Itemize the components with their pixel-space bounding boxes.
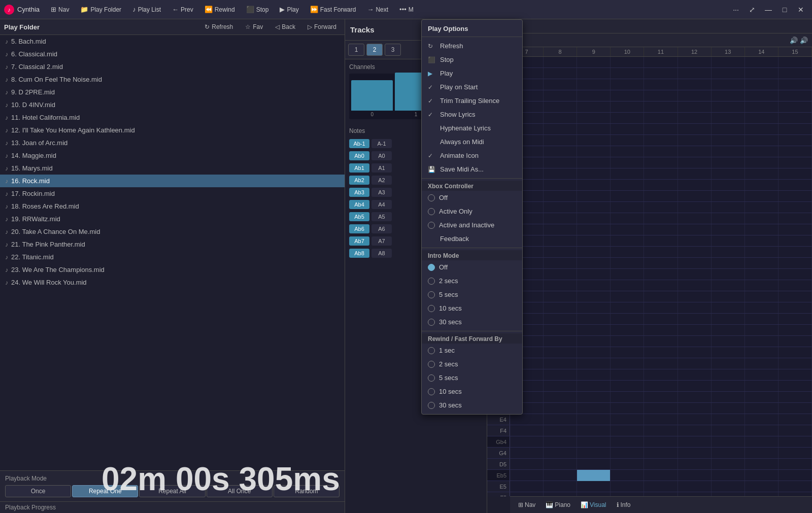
file-item[interactable]: ♪23. We Are The Champions.mid [0, 263, 345, 276]
piano-cell[interactable] [678, 247, 712, 257]
piano-cell[interactable] [712, 124, 745, 134]
menu-xbox-active-only[interactable]: Active Only [422, 204, 522, 218]
note-cell[interactable]: Ab4 [349, 200, 369, 209]
piano-cell[interactable] [611, 448, 644, 458]
piano-cell[interactable] [611, 202, 644, 213]
piano-cell[interactable] [678, 135, 712, 146]
piano-cell[interactable] [544, 113, 577, 123]
note-cell[interactable]: A4 [371, 200, 392, 209]
piano-cell[interactable] [678, 381, 712, 391]
piano-cell[interactable] [577, 146, 611, 157]
minimize-button[interactable]: — [761, 3, 775, 17]
stop-button[interactable]: ⬛ Stop [242, 4, 273, 15]
piano-cell[interactable] [644, 146, 678, 157]
piano-cell[interactable] [544, 180, 577, 190]
piano-cell[interactable] [611, 224, 644, 235]
piano-cell[interactable] [577, 168, 611, 179]
piano-cell[interactable] [745, 157, 779, 168]
piano-cell[interactable] [712, 269, 745, 280]
piano-cell[interactable] [712, 347, 745, 358]
piano-cell[interactable] [611, 425, 644, 436]
piano-cell[interactable] [577, 369, 611, 380]
piano-cell[interactable] [678, 369, 712, 380]
piano-cell[interactable] [644, 459, 678, 469]
piano-cell[interactable] [712, 459, 745, 469]
piano-cell[interactable] [611, 325, 644, 335]
piano-cell[interactable] [544, 492, 577, 496]
piano-cell[interactable] [712, 369, 745, 380]
piano-cell[interactable] [745, 358, 779, 369]
piano-cell[interactable] [745, 68, 779, 79]
piano-cell[interactable] [544, 90, 577, 101]
piano-cell[interactable] [712, 180, 745, 190]
piano-cell[interactable] [678, 448, 712, 458]
piano-cell[interactable] [611, 369, 644, 380]
next-button[interactable]: → Next [363, 4, 392, 15]
piano-cell[interactable] [611, 101, 644, 112]
piano-cell[interactable] [779, 101, 812, 112]
piano-cell[interactable] [779, 470, 812, 481]
menu-item-show-lyrics[interactable]: ✓ Show Lyrics [422, 108, 522, 121]
piano-cell[interactable] [544, 124, 577, 134]
file-item[interactable]: ♪9. D 2PRE.mid [0, 86, 345, 98]
piano-cell[interactable] [745, 492, 779, 496]
piano-cell[interactable] [611, 403, 644, 414]
piano-cell[interactable] [745, 135, 779, 146]
piano-cell[interactable] [678, 280, 712, 291]
piano-cell[interactable] [712, 135, 745, 146]
piano-cell[interactable] [611, 459, 644, 469]
note-cell[interactable]: A-1 [371, 139, 392, 148]
piano-cell[interactable] [779, 291, 812, 302]
piano-cell[interactable] [678, 347, 712, 358]
piano-cell[interactable] [712, 258, 745, 268]
piano-cell[interactable] [779, 79, 812, 90]
piano-cell[interactable] [611, 358, 644, 369]
piano-cell[interactable] [678, 191, 712, 201]
piano-cell[interactable] [745, 258, 779, 268]
file-item[interactable]: ♪11. Hotel California.mid [0, 111, 345, 124]
piano-cell[interactable] [544, 347, 577, 358]
piano-cell[interactable] [644, 358, 678, 369]
piano-cell[interactable] [611, 124, 644, 134]
piano-cell[interactable] [779, 358, 812, 369]
menu-item-save-midi[interactable]: 💾 Save Midi As... [422, 162, 522, 176]
piano-cell[interactable] [644, 57, 678, 67]
nav-button[interactable]: ⊞ Nav [47, 4, 73, 15]
piano-cell[interactable] [644, 280, 678, 291]
piano-cell[interactable] [779, 146, 812, 157]
note-cell[interactable]: Ab6 [349, 224, 369, 233]
piano-cell[interactable] [611, 336, 644, 347]
menu-intro-2secs[interactable]: 2 secs [422, 274, 522, 288]
file-item[interactable]: ♪6. Classical.mid [0, 48, 345, 60]
piano-cell[interactable] [544, 235, 577, 246]
piano-cell[interactable] [678, 202, 712, 213]
piano-cell[interactable] [577, 79, 611, 90]
piano-cell[interactable] [644, 314, 678, 324]
menu-xbox-off[interactable]: Off [422, 191, 522, 204]
piano-cell[interactable] [678, 146, 712, 157]
piano-cell[interactable] [611, 57, 644, 67]
piano-cell[interactable] [745, 224, 779, 235]
piano-cell[interactable] [779, 124, 812, 134]
piano-cell[interactable] [678, 101, 712, 112]
piano-cell[interactable] [678, 470, 712, 481]
menu-rff-10secs[interactable]: 10 secs [422, 385, 522, 398]
piano-cell[interactable] [779, 269, 812, 280]
piano-cell[interactable] [544, 224, 577, 235]
piano-cell[interactable] [678, 336, 712, 347]
piano-cell[interactable] [678, 414, 712, 425]
piano-cell[interactable] [644, 168, 678, 179]
piano-cell[interactable] [678, 314, 712, 324]
piano-cell[interactable] [712, 291, 745, 302]
piano-cell[interactable] [745, 369, 779, 380]
file-item[interactable]: ♪24. We Will Rock You.mid [0, 276, 345, 289]
file-item[interactable]: ♪19. RRWaltz.mid [0, 213, 345, 225]
piano-cell[interactable] [779, 235, 812, 246]
piano-cell[interactable] [745, 448, 779, 458]
track-tab-2[interactable]: 2 [366, 44, 383, 56]
piano-cell[interactable] [678, 224, 712, 235]
piano-cell[interactable] [577, 191, 611, 201]
piano-cell[interactable] [779, 336, 812, 347]
piano-cell[interactable] [644, 403, 678, 414]
piano-cell[interactable] [712, 101, 745, 112]
